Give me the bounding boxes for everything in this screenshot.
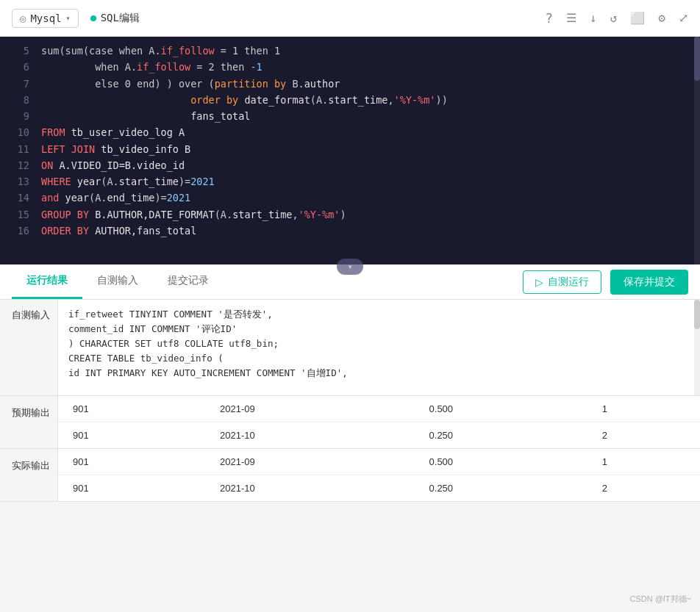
scroll-down-btn[interactable]: ▾ [337,259,363,275]
tab-提交记录[interactable]: 提交记录 [153,264,224,299]
table-cell: 1 [588,396,700,422]
line-number: 12 [9,157,29,173]
table-row: 9012021-090.5001 [58,449,700,475]
expected-table: 9012021-090.50019012021-100.2502 [58,396,700,448]
code-content: FROM tb_user_video_log A [41,124,691,140]
table-cell: 2021-10 [205,422,414,449]
line-number: 7 [9,76,29,92]
run-button[interactable]: ▷ 自测运行 [523,270,601,294]
line-number: 14 [9,190,29,206]
code-line: 11LEFT JOIN tb_video_info B [0,141,700,157]
table-cell: 2021-09 [205,396,414,422]
code-content: else 0 end) ) over (partition by B.autho… [41,76,691,92]
line-number: 5 [9,43,29,59]
settings-icon[interactable]: ⚙ [658,11,665,25]
expected-output-section: 预期输出 9012021-090.50019012021-100.2502 [0,396,700,449]
table-cell: 0.250 [415,422,588,449]
db-selector[interactable]: ◎ Mysql ▾ [12,9,79,28]
code-line: 10FROM tb_user_video_log A [0,124,700,140]
actual-table: 9012021-090.50019012021-100.2502 [58,449,700,501]
code-line: 7 else 0 end) ) over (partition by B.aut… [0,76,700,92]
code-content: GROUP BY B.AUTHOR,DATE_FORMAT(A.start_ti… [41,206,691,223]
code-content: ORDER BY AUTHOR,fans_total [41,223,691,239]
tab-自测输入[interactable]: 自测输入 [82,264,153,299]
sql-tab[interactable]: SQL编辑 [90,12,140,25]
sql-tab-label: SQL编辑 [101,12,140,25]
table-cell: 2021-10 [205,475,414,502]
line-number: 15 [9,206,29,223]
self-test-line: CREATE TABLE tb_video_info ( [68,351,690,366]
save-label: 保存并提交 [624,276,675,287]
self-test-line: comment_id INT COMMENT '评论ID' [68,322,690,336]
table-cell: 2 [588,475,700,502]
table-cell: 901 [58,422,205,449]
self-test-line: id INT PRIMARY KEY AUTO_INCREMENT COMMEN… [68,366,690,381]
save-submit-button[interactable]: 保存并提交 [610,270,688,295]
expected-output-table: 9012021-090.50019012021-100.2502 [57,396,700,448]
self-test-input-label: 自测输入 [0,300,57,395]
code-line: 6 when A.if_follow = 2 then -1 [0,59,700,75]
chevron-down-icon: ▾ [66,14,71,22]
top-bar-right: ? ☰ ↓ ↺ ⬜ ⚙ ⤢ [545,10,688,26]
code-line: 8 order by date_format(A.start_time,'%Y-… [0,92,700,108]
code-line: 12ON A.VIDEO_ID=B.video_id [0,157,700,173]
line-number: 10 [9,124,29,140]
actual-output-table: 9012021-090.50019012021-100.2502 [57,449,700,501]
code-line: 13WHERE year(A.start_time)=2021 [0,173,700,190]
code-line: 9 fans_total [0,108,700,124]
db-icon: ◎ [20,12,26,24]
active-dot [90,15,96,21]
self-test-lines: if_retweet TINYINT COMMENT '是否转发', comme… [68,307,690,381]
table-row: 9012021-090.5001 [58,396,700,422]
code-editor[interactable]: 5sum(sum(case when A.if_follow = 1 then … [0,37,700,264]
self-test-input-content[interactable]: if_retweet TINYINT COMMENT '是否转发', comme… [57,300,700,395]
code-content: LEFT JOIN tb_video_info B [41,141,691,157]
top-bar: ◎ Mysql ▾ SQL编辑 ? ☰ ↓ ↺ ⬜ ⚙ ⤢ [0,0,700,37]
code-content: ON A.VIDEO_ID=B.video_id [41,157,691,173]
table-cell: 1 [588,449,700,475]
line-number: 13 [9,173,29,190]
table-cell: 2021-09 [205,449,414,475]
code-line: 5sum(sum(case when A.if_follow = 1 then … [0,43,700,59]
table-cell: 901 [58,396,205,422]
line-number: 9 [9,108,29,124]
db-label: Mysql [30,12,61,24]
download-icon[interactable]: ↓ [590,11,597,25]
line-number: 8 [9,92,29,108]
table-cell: 0.500 [415,396,588,422]
code-content: WHERE year(A.start_time)=2021 [41,173,691,190]
table-cell: 901 [58,475,205,502]
actual-output-section: 实际输出 9012021-090.50019012021-100.2502 [0,449,700,502]
watermark: CSDN @IT邦德~ [629,594,691,605]
code-content: sum(sum(case when A.if_follow = 1 then 1 [41,43,691,59]
table-cell: 0.500 [415,449,588,475]
help-icon[interactable]: ? [545,10,553,26]
expected-output-label: 预期输出 [0,396,57,448]
self-test-line: if_retweet TINYINT COMMENT '是否转发', [68,307,690,322]
code-content: fans_total [41,108,691,124]
self-test-line: ) CHARACTER SET utf8 COLLATE utf8_bin; [68,336,690,351]
screen-icon[interactable]: ⬜ [630,11,645,25]
table-cell: 2 [588,422,700,449]
run-label: 自测运行 [548,276,589,289]
line-number: 11 [9,141,29,157]
list-icon[interactable]: ☰ [566,11,576,25]
tabs-left: 运行结果自测输入提交记录 [12,264,224,299]
line-number: 16 [9,223,29,239]
table-cell: 0.250 [415,475,588,502]
self-test-input-section: 自测输入 if_retweet TINYINT COMMENT '是否转发', … [0,300,700,396]
line-number: 6 [9,59,29,75]
tab-运行结果[interactable]: 运行结果 [12,264,82,299]
top-bar-left: ◎ Mysql ▾ SQL编辑 [12,9,140,28]
table-row: 9012021-100.2502 [58,475,700,502]
tabs-right: ▷ 自测运行 保存并提交 [523,270,688,295]
code-line: 15GROUP BY B.AUTHOR,DATE_FORMAT(A.start_… [0,206,700,223]
results-area: 自测输入 if_retweet TINYINT COMMENT '是否转发', … [0,300,700,612]
expand-icon[interactable]: ⤢ [679,11,688,25]
table-cell: 901 [58,449,205,475]
code-content: order by date_format(A.start_time,'%Y-%m… [41,92,691,108]
code-line: 16ORDER BY AUTHOR,fans_total [0,223,700,239]
refresh-icon[interactable]: ↺ [610,11,618,25]
code-content: and year(A.end_time)=2021 [41,190,691,206]
actual-output-label: 实际输出 [0,449,57,501]
